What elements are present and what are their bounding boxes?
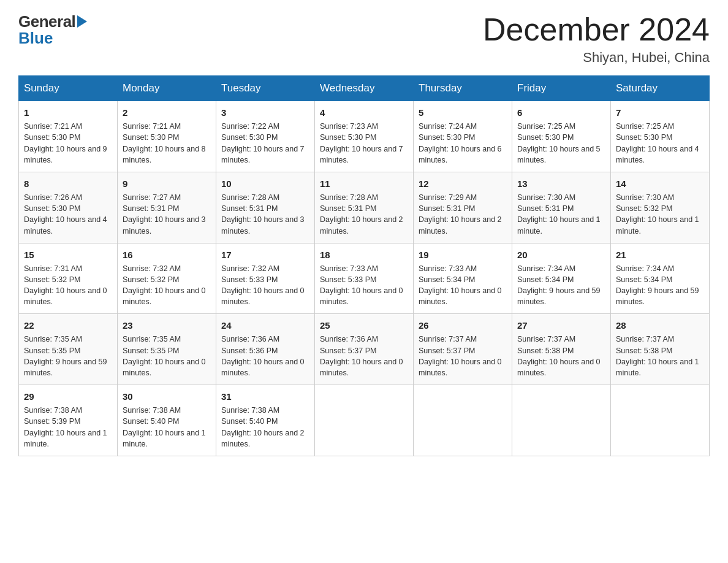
header-tuesday: Tuesday (216, 76, 315, 101)
day-info: Sunrise: 7:26 AMSunset: 5:30 PMDaylight:… (24, 193, 107, 236)
calendar-day-cell: 30 Sunrise: 7:38 AMSunset: 5:40 PMDaylig… (118, 385, 216, 456)
calendar-day-cell: 4 Sunrise: 7:23 AMSunset: 5:30 PMDayligh… (315, 101, 414, 172)
day-info: Sunrise: 7:32 AMSunset: 5:32 PMDaylight:… (123, 264, 206, 307)
calendar-week-row: 29 Sunrise: 7:38 AMSunset: 5:39 PMDaylig… (19, 385, 710, 456)
calendar-day-cell: 1 Sunrise: 7:21 AMSunset: 5:30 PMDayligh… (19, 101, 118, 172)
calendar-day-cell: 22 Sunrise: 7:35 AMSunset: 5:35 PMDaylig… (19, 314, 118, 385)
day-info: Sunrise: 7:22 AMSunset: 5:30 PMDaylight:… (221, 122, 305, 164)
header-wednesday: Wednesday (315, 76, 414, 101)
calendar-day-cell: 31 Sunrise: 7:38 AMSunset: 5:40 PMDaylig… (216, 385, 315, 456)
day-info: Sunrise: 7:36 AMSunset: 5:36 PMDaylight:… (221, 335, 305, 377)
calendar-week-row: 8 Sunrise: 7:26 AMSunset: 5:30 PMDayligh… (19, 172, 710, 243)
calendar-day-cell: 13 Sunrise: 7:30 AMSunset: 5:31 PMDaylig… (512, 172, 611, 243)
day-number: 19 (419, 248, 507, 261)
calendar-day-cell: 26 Sunrise: 7:37 AMSunset: 5:37 PMDaylig… (414, 314, 512, 385)
page-header: General Blue December 2024 Shiyan, Hubei… (18, 12, 710, 66)
calendar-day-cell: 10 Sunrise: 7:28 AMSunset: 5:31 PMDaylig… (216, 172, 315, 243)
day-number: 2 (123, 106, 211, 119)
header-sunday: Sunday (19, 76, 118, 101)
calendar-day-cell: 28 Sunrise: 7:37 AMSunset: 5:38 PMDaylig… (611, 314, 710, 385)
day-info: Sunrise: 7:29 AMSunset: 5:31 PMDaylight:… (419, 193, 502, 236)
day-number: 22 (24, 319, 112, 332)
day-info: Sunrise: 7:28 AMSunset: 5:31 PMDaylight:… (221, 193, 305, 236)
day-number: 29 (24, 390, 112, 403)
day-info: Sunrise: 7:38 AMSunset: 5:40 PMDaylight:… (221, 406, 305, 448)
day-info: Sunrise: 7:38 AMSunset: 5:39 PMDaylight:… (24, 406, 107, 448)
calendar-day-cell: 7 Sunrise: 7:25 AMSunset: 5:30 PMDayligh… (611, 101, 710, 172)
day-info: Sunrise: 7:21 AMSunset: 5:30 PMDaylight:… (123, 122, 206, 164)
calendar-day-cell: 3 Sunrise: 7:22 AMSunset: 5:30 PMDayligh… (216, 101, 315, 172)
day-number: 18 (320, 248, 408, 261)
day-number: 6 (517, 106, 605, 119)
calendar-day-cell: 9 Sunrise: 7:27 AMSunset: 5:31 PMDayligh… (118, 172, 216, 243)
logo-blue-text: Blue (18, 29, 87, 48)
day-info: Sunrise: 7:21 AMSunset: 5:30 PMDaylight:… (24, 122, 107, 164)
location-text: Shiyan, Hubei, China (483, 50, 710, 66)
calendar-day-cell: 15 Sunrise: 7:31 AMSunset: 5:32 PMDaylig… (19, 243, 118, 314)
day-info: Sunrise: 7:25 AMSunset: 5:30 PMDaylight:… (517, 122, 601, 164)
day-info: Sunrise: 7:35 AMSunset: 5:35 PMDaylight:… (24, 335, 107, 377)
day-number: 24 (221, 319, 309, 332)
title-section: December 2024 Shiyan, Hubei, China (483, 12, 710, 66)
day-info: Sunrise: 7:31 AMSunset: 5:32 PMDaylight:… (24, 264, 107, 307)
day-number: 5 (419, 106, 507, 119)
day-info: Sunrise: 7:34 AMSunset: 5:34 PMDaylight:… (616, 264, 699, 307)
day-info: Sunrise: 7:27 AMSunset: 5:31 PMDaylight:… (123, 193, 206, 236)
calendar-header-row: Sunday Monday Tuesday Wednesday Thursday… (19, 76, 710, 101)
day-info: Sunrise: 7:25 AMSunset: 5:30 PMDaylight:… (616, 122, 699, 164)
calendar-day-cell (414, 385, 512, 456)
day-number: 31 (221, 390, 309, 403)
day-number: 10 (221, 177, 309, 190)
day-number: 20 (517, 248, 605, 261)
day-number: 25 (320, 319, 408, 332)
day-info: Sunrise: 7:35 AMSunset: 5:35 PMDaylight:… (123, 335, 206, 377)
day-info: Sunrise: 7:24 AMSunset: 5:30 PMDaylight:… (419, 122, 502, 164)
day-number: 30 (123, 390, 211, 403)
logo: General Blue (18, 12, 87, 48)
header-saturday: Saturday (611, 76, 710, 101)
calendar-week-row: 22 Sunrise: 7:35 AMSunset: 5:35 PMDaylig… (19, 314, 710, 385)
calendar-day-cell (611, 385, 710, 456)
calendar-day-cell: 11 Sunrise: 7:28 AMSunset: 5:31 PMDaylig… (315, 172, 414, 243)
day-number: 13 (517, 177, 605, 190)
calendar-day-cell: 6 Sunrise: 7:25 AMSunset: 5:30 PMDayligh… (512, 101, 611, 172)
day-info: Sunrise: 7:36 AMSunset: 5:37 PMDaylight:… (320, 335, 403, 377)
day-info: Sunrise: 7:34 AMSunset: 5:34 PMDaylight:… (517, 264, 601, 307)
day-info: Sunrise: 7:37 AMSunset: 5:37 PMDaylight:… (419, 335, 502, 377)
day-info: Sunrise: 7:33 AMSunset: 5:33 PMDaylight:… (320, 264, 403, 307)
calendar-day-cell (512, 385, 611, 456)
day-number: 17 (221, 248, 309, 261)
day-number: 26 (419, 319, 507, 332)
day-number: 27 (517, 319, 605, 332)
day-number: 15 (24, 248, 112, 261)
calendar-day-cell: 12 Sunrise: 7:29 AMSunset: 5:31 PMDaylig… (414, 172, 512, 243)
calendar-table: Sunday Monday Tuesday Wednesday Thursday… (18, 75, 710, 456)
day-number: 9 (123, 177, 211, 190)
day-info: Sunrise: 7:37 AMSunset: 5:38 PMDaylight:… (616, 335, 699, 377)
calendar-week-row: 15 Sunrise: 7:31 AMSunset: 5:32 PMDaylig… (19, 243, 710, 314)
day-info: Sunrise: 7:23 AMSunset: 5:30 PMDaylight:… (320, 122, 403, 164)
calendar-day-cell: 25 Sunrise: 7:36 AMSunset: 5:37 PMDaylig… (315, 314, 414, 385)
day-number: 28 (616, 319, 704, 332)
calendar-day-cell: 18 Sunrise: 7:33 AMSunset: 5:33 PMDaylig… (315, 243, 414, 314)
calendar-day-cell: 27 Sunrise: 7:37 AMSunset: 5:38 PMDaylig… (512, 314, 611, 385)
day-number: 23 (123, 319, 211, 332)
day-info: Sunrise: 7:32 AMSunset: 5:33 PMDaylight:… (221, 264, 305, 307)
logo-arrow-icon (77, 15, 87, 28)
day-number: 12 (419, 177, 507, 190)
day-number: 1 (24, 106, 112, 119)
day-info: Sunrise: 7:37 AMSunset: 5:38 PMDaylight:… (517, 335, 601, 377)
calendar-day-cell: 16 Sunrise: 7:32 AMSunset: 5:32 PMDaylig… (118, 243, 216, 314)
calendar-week-row: 1 Sunrise: 7:21 AMSunset: 5:30 PMDayligh… (19, 101, 710, 172)
day-number: 8 (24, 177, 112, 190)
month-title: December 2024 (483, 12, 710, 47)
day-number: 21 (616, 248, 704, 261)
calendar-day-cell: 23 Sunrise: 7:35 AMSunset: 5:35 PMDaylig… (118, 314, 216, 385)
calendar-day-cell: 14 Sunrise: 7:30 AMSunset: 5:32 PMDaylig… (611, 172, 710, 243)
calendar-day-cell: 5 Sunrise: 7:24 AMSunset: 5:30 PMDayligh… (414, 101, 512, 172)
calendar-day-cell: 2 Sunrise: 7:21 AMSunset: 5:30 PMDayligh… (118, 101, 216, 172)
day-info: Sunrise: 7:38 AMSunset: 5:40 PMDaylight:… (123, 406, 206, 448)
day-number: 7 (616, 106, 704, 119)
calendar-day-cell: 24 Sunrise: 7:36 AMSunset: 5:36 PMDaylig… (216, 314, 315, 385)
day-number: 16 (123, 248, 211, 261)
